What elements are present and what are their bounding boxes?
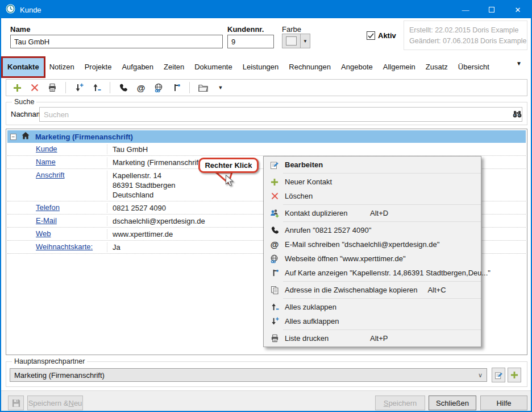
maximize-button[interactable]	[479, 1, 505, 18]
color-picker[interactable]: ▼	[282, 34, 310, 48]
email-button[interactable]: @	[136, 83, 146, 93]
save-button[interactable]: Speichern	[375, 395, 425, 410]
save-icon-button[interactable]	[8, 395, 24, 410]
titlebar: Kunde — ✕	[1, 1, 531, 18]
tab-leistungen[interactable]: Leistungen	[238, 57, 284, 76]
edit-contact-button[interactable]	[492, 368, 505, 382]
toolbar-separator	[110, 82, 110, 93]
toolbar-separator	[189, 82, 190, 93]
binoculars-icon[interactable]	[512, 110, 522, 121]
search-group: Suche Nachname	[6, 102, 527, 125]
tab-dokumente[interactable]: Dokumente	[189, 57, 237, 76]
created-text: Erstellt: 22.02.2015 Doris Example	[409, 25, 527, 36]
menu-item-alles-zuklappen[interactable]: Alles zuklappen	[264, 300, 481, 314]
collapse-toggle[interactable]: −	[10, 134, 16, 140]
menu-item-auf-karte-anzeigen[interactable]: Auf Karte anzeigen "Kapellenstr. 14,8639…	[264, 266, 481, 280]
minimize-button[interactable]: —	[452, 1, 479, 18]
tab-projekte[interactable]: Projekte	[80, 57, 117, 76]
map-icon	[269, 268, 280, 278]
audit-info-box: Erstellt: 22.02.2015 Doris Example Geänd…	[404, 20, 527, 50]
globe-icon	[269, 254, 280, 264]
collapse-all-button[interactable]	[92, 83, 102, 93]
print-icon	[269, 333, 280, 344]
row-label[interactable]: Web	[36, 229, 107, 239]
annotation-text: Rechter Klick	[205, 161, 252, 170]
tab-zusatz[interactable]: Zusatz	[421, 57, 453, 76]
menu-separator	[283, 173, 481, 174]
toolbar-separator	[65, 82, 66, 93]
menu-item-loeschen[interactable]: Löschen	[264, 189, 481, 203]
add-contact-button[interactable]	[12, 83, 22, 93]
row-label[interactable]: Kunde	[36, 145, 107, 154]
tab-allgemein[interactable]: Allgemein	[378, 57, 421, 76]
row-label[interactable]: Anschrift	[36, 171, 107, 200]
name-label: Name	[10, 25, 30, 34]
expand-all-button[interactable]	[74, 83, 84, 93]
menu-item-anrufen[interactable]: Anrufen "0821 2527 4090"	[264, 223, 481, 237]
folder-button[interactable]	[198, 83, 208, 93]
website-button[interactable]	[153, 83, 164, 93]
phone-icon	[269, 225, 280, 236]
tab-zeiten[interactable]: Zeiten	[159, 57, 189, 76]
search-input[interactable]	[39, 107, 522, 122]
delete-contact-button[interactable]	[30, 83, 40, 93]
row-label[interactable]: E-Mail	[36, 216, 107, 226]
duplicate-contact-icon	[269, 208, 280, 219]
name-input[interactable]	[10, 35, 223, 48]
kundennr-input[interactable]	[227, 35, 274, 48]
row-label[interactable]: Name	[36, 158, 107, 167]
menu-shortcut: Alt+C	[427, 286, 446, 294]
help-button[interactable]: Hilfe	[480, 395, 527, 410]
menu-item-webseite-oeffnen[interactable]: Webseite öffnen "www.xperttimer.de"	[264, 252, 481, 266]
close-button[interactable]: ✕	[505, 1, 531, 18]
row-label[interactable]: Weihnachtskarte:	[36, 242, 107, 252]
tab-uebersicht[interactable]: Übersicht	[453, 57, 494, 76]
tab-aufgaben[interactable]: Aufgaben	[117, 57, 159, 76]
tab-angebote[interactable]: Angebote	[336, 57, 378, 76]
add-main-contact-button[interactable]	[508, 368, 521, 382]
save-and-new-button[interactable]: Speichern & Neu	[27, 395, 83, 410]
close-window-button[interactable]: Schließen	[429, 395, 476, 410]
folder-dropdown-arrow[interactable]: ▼	[215, 83, 226, 93]
menu-item-neuer-kontakt[interactable]: Neuer Kontakt	[264, 175, 481, 189]
modified-text: Geändert: 07.06.2018 Doris Example	[409, 36, 527, 47]
menu-shortcut: Alt+P	[370, 334, 388, 343]
main-contact-combobox[interactable]: Marketing (Firmenanschrift) ∨	[10, 368, 487, 382]
row-value: dschaelchli@xpertdesign.de	[107, 216, 205, 226]
menu-item-bearbeiten[interactable]: Bearbeiten	[264, 158, 481, 172]
map-button[interactable]	[171, 83, 181, 93]
tab-notizen[interactable]: Notizen	[44, 57, 80, 76]
search-legend: Suche	[12, 98, 36, 106]
tab-rechnungen[interactable]: Rechnungen	[284, 57, 336, 76]
plus-icon	[269, 177, 280, 187]
at-icon: @	[269, 240, 280, 250]
print-button[interactable]	[47, 83, 57, 93]
row-value: www.xperttimer.de	[107, 229, 173, 239]
mouse-cursor-icon	[225, 175, 234, 187]
main-contact-group: Hauptansprechpartner Marketing (Firmenan…	[6, 361, 527, 387]
menu-item-liste-drucken[interactable]: Liste drucken Alt+P	[264, 331, 481, 345]
edit-icon	[269, 160, 280, 170]
color-dropdown-arrow[interactable]: ▼	[301, 34, 310, 48]
contact-group-header[interactable]: − Marketing (Firmenanschrift)	[7, 130, 526, 143]
menu-separator	[283, 281, 481, 282]
app-clock-icon	[6, 4, 15, 16]
home-icon	[22, 131, 30, 142]
chevron-down-icon[interactable]: ∨	[478, 372, 483, 379]
expand-all-icon	[269, 316, 280, 327]
menu-item-kontakt-duplizieren[interactable]: Kontakt duplizieren Alt+D	[264, 206, 481, 220]
menu-item-email-schreiben[interactable]: @ E-Mail schreiben "dschaelchli@xpertdes…	[264, 237, 481, 252]
table-row[interactable]: Kunde Tau GmbH	[7, 143, 526, 156]
annotation-callout: Rechter Klick	[198, 158, 259, 173]
menu-item-adresse-kopieren[interactable]: Adresse in die Zwischenablage kopieren A…	[264, 283, 481, 297]
aktiv-checkbox-wrap: Aktiv	[367, 31, 396, 40]
menu-item-alles-aufklappen[interactable]: Alles aufklappen	[264, 314, 481, 328]
menu-shortcut: Alt+D	[370, 209, 388, 217]
row-label[interactable]: Telefon	[36, 203, 107, 213]
main-contact-legend: Hauptansprechpartner	[12, 357, 87, 365]
call-button[interactable]	[118, 83, 128, 93]
aktiv-checkbox[interactable]	[367, 31, 375, 40]
tab-overflow-arrow-icon[interactable]: ▼	[516, 60, 522, 67]
tab-kontakte[interactable]: Kontakte	[2, 57, 44, 76]
kunde-window: Kunde — ✕ Name Kundennr. Farbe ▼ Aktiv E…	[0, 0, 532, 412]
